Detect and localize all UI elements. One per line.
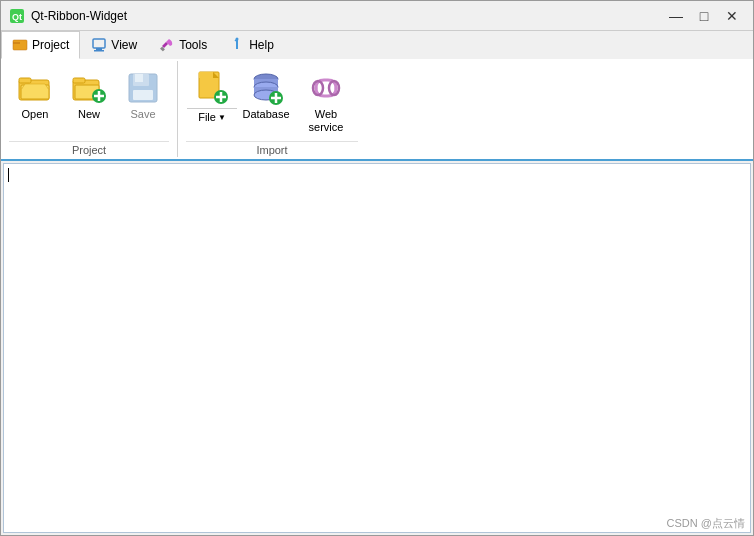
file-button-main	[187, 66, 237, 109]
folder-open-icon	[17, 70, 53, 106]
svg-text:Qt: Qt	[12, 12, 22, 22]
menu-item-tools[interactable]: Tools	[148, 31, 218, 59]
ribbon-content: Open	[1, 59, 753, 159]
project-group-label-row: Project	[9, 139, 169, 157]
tools-menu-label: Tools	[179, 38, 207, 52]
watermark: CSDN @点云情	[667, 516, 745, 531]
database-button[interactable]: Database	[240, 65, 292, 133]
open-label: Open	[22, 108, 49, 121]
window-title: Qt-Ribbon-Widget	[31, 9, 127, 23]
svg-rect-3	[13, 42, 20, 44]
svg-rect-22	[135, 74, 143, 82]
ribbon-group-project: Open	[1, 61, 178, 157]
save-label: Save	[130, 108, 155, 121]
file-import-icon	[194, 70, 230, 106]
content-area[interactable]	[3, 163, 751, 533]
file-button-arrow[interactable]: File ▼	[187, 109, 237, 125]
ribbon: Open	[1, 59, 753, 161]
svg-rect-6	[94, 50, 104, 52]
dropdown-arrow-icon: ▼	[218, 113, 226, 122]
title-bar-left: Qt Qt-Ribbon-Widget	[9, 8, 127, 24]
ribbon-import-buttons: File ▼	[186, 65, 358, 139]
help-menu-label: Help	[249, 38, 274, 52]
svg-rect-23	[133, 90, 153, 100]
svg-rect-12	[19, 78, 31, 83]
file-label: File	[198, 111, 216, 123]
minimize-button[interactable]: —	[663, 6, 689, 26]
app-icon: Qt	[9, 8, 25, 24]
database-icon	[248, 70, 284, 106]
svg-rect-2	[13, 40, 27, 50]
project-menu-label: Project	[32, 38, 69, 52]
webservice-button[interactable]: Web service	[294, 65, 358, 139]
close-button[interactable]: ✕	[719, 6, 745, 26]
menu-item-project[interactable]: Project	[1, 31, 80, 59]
folder-new-icon	[71, 70, 107, 106]
new-label: New	[78, 108, 100, 121]
svg-rect-25	[199, 72, 213, 78]
webservice-icon	[308, 70, 344, 106]
menu-item-help[interactable]: Help	[218, 31, 285, 59]
open-button[interactable]: Open	[9, 65, 61, 133]
text-cursor	[8, 168, 9, 182]
view-menu-label: View	[111, 38, 137, 52]
menu-item-view[interactable]: View	[80, 31, 148, 59]
ribbon-project-buttons: Open	[9, 65, 169, 139]
import-group-label-row: Import	[186, 139, 358, 157]
tools-menu-icon	[159, 37, 175, 53]
maximize-button[interactable]: □	[691, 6, 717, 26]
file-button[interactable]: File ▼	[186, 65, 238, 126]
project-group-label: Project	[9, 141, 169, 157]
database-label: Database	[242, 108, 289, 121]
webservice-label: Web service	[297, 108, 355, 134]
main-window: Qt Qt-Ribbon-Widget — □ ✕ Project	[0, 0, 754, 536]
svg-rect-5	[96, 48, 102, 50]
svg-rect-15	[73, 78, 85, 83]
title-bar: Qt Qt-Ribbon-Widget — □ ✕	[1, 1, 753, 31]
new-button[interactable]: New	[63, 65, 115, 133]
svg-rect-4	[93, 39, 105, 48]
project-menu-icon	[12, 37, 28, 53]
ribbon-group-import: File ▼	[178, 61, 366, 157]
window-controls: — □ ✕	[663, 6, 745, 26]
view-menu-icon	[91, 37, 107, 53]
import-group-label: Import	[186, 141, 358, 157]
save-button[interactable]: Save	[117, 65, 169, 133]
save-icon	[125, 70, 161, 106]
help-menu-icon	[229, 37, 245, 53]
menu-bar: Project View Tools	[1, 31, 753, 59]
